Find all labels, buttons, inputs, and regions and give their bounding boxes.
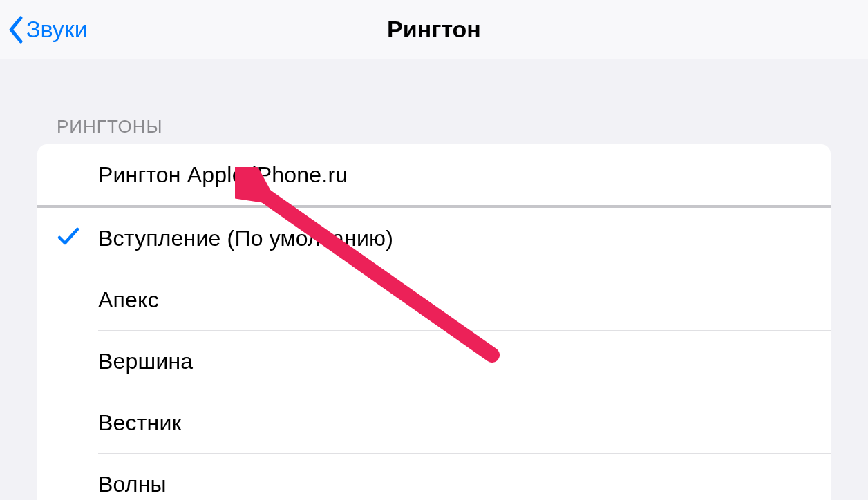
ringtone-row-default[interactable]: Вступление (По умолчанию) — [37, 208, 831, 269]
ringtone-list: Рингтон Apple-iPhone.ru Вступление (По у… — [37, 144, 831, 500]
back-button[interactable]: Звуки — [7, 15, 88, 44]
ringtone-row-custom[interactable]: Рингтон Apple-iPhone.ru — [37, 144, 831, 205]
ringtone-row[interactable]: Волны — [37, 454, 831, 500]
ringtone-label: Волны — [98, 472, 167, 497]
page-title: Рингтон — [387, 16, 481, 43]
check-slot — [57, 225, 98, 251]
navigation-bar: Звуки Рингтон — [0, 0, 868, 59]
chevron-left-icon — [7, 15, 23, 44]
ringtone-row[interactable]: Вершина — [37, 331, 831, 392]
ringtone-label: Вершина — [98, 349, 193, 374]
content: РИНГТОНЫ Рингтон Apple-iPhone.ru Вступле… — [0, 59, 868, 500]
ringtone-label: Апекс — [98, 287, 159, 313]
ringtone-row[interactable]: Вестник — [37, 392, 831, 453]
ringtone-label: Рингтон Apple-iPhone.ru — [98, 162, 348, 188]
checkmark-icon — [57, 225, 80, 251]
section-header: РИНГТОНЫ — [37, 59, 831, 144]
back-label: Звуки — [26, 16, 88, 43]
ringtone-label: Вступление (По умолчанию) — [98, 226, 393, 251]
ringtone-label: Вестник — [98, 410, 182, 436]
ringtone-row[interactable]: Апекс — [37, 269, 831, 330]
